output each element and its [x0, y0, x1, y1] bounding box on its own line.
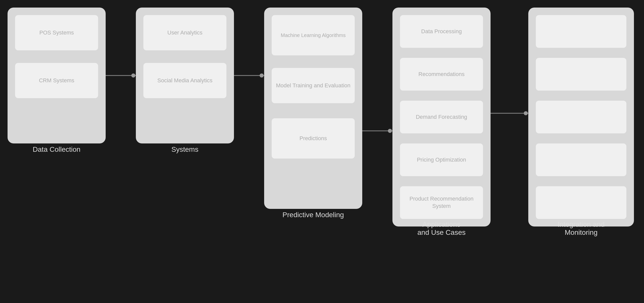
node-model-training[interactable]: Model Training and Evaluation	[272, 68, 355, 103]
node-product-rec[interactable]: Product Recommendation System	[400, 186, 483, 219]
label-systems: Systems	[136, 145, 234, 154]
node-demand-forecast[interactable]: Demand Forecasting	[400, 101, 483, 133]
label-predictive-modeling: Predictive Modeling	[264, 211, 362, 219]
svg-point-10	[388, 129, 392, 133]
group-data-collection: POS Systems CRM Systems Data Collection	[8, 8, 106, 143]
group-integration: Integration and Monitoring	[528, 8, 634, 226]
node-integration-4[interactable]	[536, 143, 626, 176]
group-systems: User Analytics Social Media Analytics Sy…	[136, 8, 234, 143]
label-integration: Integration and Monitoring	[528, 220, 634, 237]
canvas: POS Systems CRM Systems Data Collection …	[0, 0, 644, 303]
node-social-media[interactable]: Social Media Analytics	[143, 63, 226, 98]
label-applications: Applications and Use Cases	[392, 220, 491, 237]
node-integration-1[interactable]	[536, 15, 626, 48]
node-data-processing[interactable]: Data Processing	[400, 15, 483, 48]
node-predictions[interactable]: Predictions	[272, 118, 355, 159]
node-ml-algorithms[interactable]: Machine Learning Algorithms	[272, 15, 355, 55]
node-recommendations[interactable]: Recommendations	[400, 58, 483, 91]
node-pricing-opt[interactable]: Pricing Optimization	[400, 143, 483, 176]
svg-point-11	[524, 111, 528, 115]
node-integration-5[interactable]	[536, 186, 626, 219]
group-applications: Data Processing Recommendations Demand F…	[392, 8, 491, 226]
node-integration-2[interactable]	[536, 58, 626, 91]
node-pos-systems[interactable]: POS Systems	[15, 15, 98, 50]
node-integration-3[interactable]	[536, 101, 626, 133]
label-data-collection: Data Collection	[8, 145, 106, 154]
group-predictive-modeling: Machine Learning Algorithms Model Traini…	[264, 8, 362, 209]
node-crm-systems[interactable]: CRM Systems	[15, 63, 98, 98]
svg-point-8	[131, 73, 135, 78]
svg-point-9	[260, 73, 264, 78]
node-user-analytics[interactable]: User Analytics	[143, 15, 226, 50]
